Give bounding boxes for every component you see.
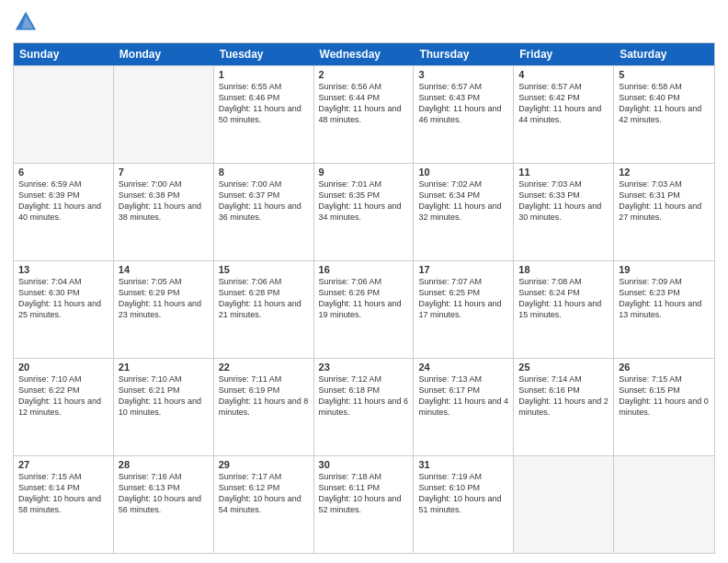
day-number: 25 [518,362,609,373]
day-detail: Sunrise: 7:12 AMSunset: 6:18 PMDaylight:… [319,373,409,419]
weekday-header-wednesday: Wednesday [314,43,415,65]
calendar-cell: 19Sunrise: 7:09 AMSunset: 6:23 PMDayligh… [614,261,714,358]
calendar-header: SundayMondayTuesdayWednesdayThursdayFrid… [14,43,714,65]
day-number: 7 [119,167,209,178]
calendar-cell: 17Sunrise: 7:07 AMSunset: 6:25 PMDayligh… [414,261,514,358]
day-detail: Sunrise: 7:17 AMSunset: 6:12 PMDaylight:… [219,471,309,516]
calendar-week-5: 27Sunrise: 7:15 AMSunset: 6:14 PMDayligh… [14,455,714,553]
day-detail: Sunrise: 7:16 AMSunset: 6:13 PMDaylight:… [119,471,209,516]
weekday-header-monday: Monday [114,43,214,65]
day-number: 27 [18,459,108,470]
day-detail: Sunrise: 7:09 AMSunset: 6:23 PMDaylight:… [619,276,710,321]
day-number: 3 [418,69,508,80]
calendar-cell: 15Sunrise: 7:06 AMSunset: 6:28 PMDayligh… [214,261,314,358]
day-number: 8 [219,167,309,178]
day-detail: Sunrise: 7:11 AMSunset: 6:19 PMDaylight:… [219,373,309,419]
day-number: 11 [518,167,609,178]
day-number: 9 [319,167,409,178]
page: SundayMondayTuesdayWednesdayThursdayFrid… [0,0,728,563]
day-number: 18 [518,264,609,275]
day-number: 4 [518,69,609,80]
weekday-header-sunday: Sunday [14,43,114,65]
calendar-cell: 6Sunrise: 6:59 AMSunset: 6:39 PMDaylight… [14,164,114,260]
calendar-body: 1Sunrise: 6:55 AMSunset: 6:46 PMDaylight… [14,65,714,553]
day-detail: Sunrise: 7:14 AMSunset: 6:16 PMDaylight:… [518,373,609,419]
day-detail: Sunrise: 6:57 AMSunset: 6:43 PMDaylight:… [418,81,508,126]
calendar-cell: 4Sunrise: 6:57 AMSunset: 6:42 PMDaylight… [514,66,614,163]
calendar-cell: 18Sunrise: 7:08 AMSunset: 6:24 PMDayligh… [514,261,614,358]
day-number: 15 [219,264,309,275]
calendar-cell: 10Sunrise: 7:02 AMSunset: 6:34 PMDayligh… [414,164,514,260]
day-number: 17 [418,264,508,275]
day-detail: Sunrise: 7:00 AMSunset: 6:38 PMDaylight:… [119,178,209,224]
calendar-cell [14,66,114,163]
day-number: 10 [418,167,508,178]
calendar-cell: 30Sunrise: 7:18 AMSunset: 6:11 PMDayligh… [314,456,415,553]
calendar-cell: 14Sunrise: 7:05 AMSunset: 6:29 PMDayligh… [114,261,214,358]
day-detail: Sunrise: 6:55 AMSunset: 6:46 PMDaylight:… [219,81,309,126]
day-detail: Sunrise: 7:18 AMSunset: 6:11 PMDaylight:… [319,471,409,516]
day-number: 31 [418,459,508,470]
calendar-week-1: 1Sunrise: 6:55 AMSunset: 6:46 PMDaylight… [14,65,714,163]
weekday-header-friday: Friday [514,43,614,65]
day-detail: Sunrise: 7:13 AMSunset: 6:17 PMDaylight:… [418,373,508,419]
calendar-cell: 22Sunrise: 7:11 AMSunset: 6:19 PMDayligh… [214,359,314,455]
day-number: 5 [619,69,710,80]
calendar-cell: 29Sunrise: 7:17 AMSunset: 6:12 PMDayligh… [214,456,314,553]
day-detail: Sunrise: 7:00 AMSunset: 6:37 PMDaylight:… [219,178,309,224]
day-detail: Sunrise: 7:15 AMSunset: 6:14 PMDaylight:… [18,471,108,516]
calendar-cell: 13Sunrise: 7:04 AMSunset: 6:30 PMDayligh… [14,261,114,358]
day-number: 1 [219,69,309,80]
weekday-header-saturday: Saturday [614,43,714,65]
day-number: 13 [18,264,108,275]
day-detail: Sunrise: 7:06 AMSunset: 6:28 PMDaylight:… [219,276,309,321]
logo [13,9,40,35]
day-number: 22 [219,362,309,373]
day-detail: Sunrise: 7:03 AMSunset: 6:33 PMDaylight:… [518,178,609,224]
day-detail: Sunrise: 7:03 AMSunset: 6:31 PMDaylight:… [619,178,710,224]
calendar-cell: 16Sunrise: 7:06 AMSunset: 6:26 PMDayligh… [314,261,415,358]
day-detail: Sunrise: 6:56 AMSunset: 6:44 PMDaylight:… [319,81,409,126]
calendar-cell: 24Sunrise: 7:13 AMSunset: 6:17 PMDayligh… [414,359,514,455]
day-number: 30 [319,459,409,470]
calendar-cell: 2Sunrise: 6:56 AMSunset: 6:44 PMDaylight… [314,66,415,163]
day-detail: Sunrise: 7:06 AMSunset: 6:26 PMDaylight:… [319,276,409,321]
day-detail: Sunrise: 7:19 AMSunset: 6:10 PMDaylight:… [418,471,508,516]
calendar-cell: 8Sunrise: 7:00 AMSunset: 6:37 PMDaylight… [214,164,314,260]
calendar-cell: 1Sunrise: 6:55 AMSunset: 6:46 PMDaylight… [214,66,314,163]
day-detail: Sunrise: 7:04 AMSunset: 6:30 PMDaylight:… [18,276,108,321]
day-detail: Sunrise: 7:15 AMSunset: 6:15 PMDaylight:… [619,373,710,419]
calendar-week-4: 20Sunrise: 7:10 AMSunset: 6:22 PMDayligh… [14,358,714,455]
calendar-cell: 27Sunrise: 7:15 AMSunset: 6:14 PMDayligh… [14,456,114,553]
day-number: 21 [119,362,209,373]
calendar-cell: 3Sunrise: 6:57 AMSunset: 6:43 PMDaylight… [414,66,514,163]
calendar-cell: 5Sunrise: 6:58 AMSunset: 6:40 PMDaylight… [614,66,714,163]
calendar: SundayMondayTuesdayWednesdayThursdayFrid… [13,42,715,554]
calendar-cell: 20Sunrise: 7:10 AMSunset: 6:22 PMDayligh… [14,359,114,455]
day-number: 19 [619,264,710,275]
calendar-cell: 7Sunrise: 7:00 AMSunset: 6:38 PMDaylight… [114,164,214,260]
day-number: 28 [119,459,209,470]
weekday-header-tuesday: Tuesday [214,43,314,65]
calendar-cell: 31Sunrise: 7:19 AMSunset: 6:10 PMDayligh… [414,456,514,553]
calendar-week-3: 13Sunrise: 7:04 AMSunset: 6:30 PMDayligh… [14,260,714,358]
day-number: 29 [219,459,309,470]
weekday-header-thursday: Thursday [414,43,514,65]
logo-icon [13,9,39,35]
calendar-cell: 11Sunrise: 7:03 AMSunset: 6:33 PMDayligh… [514,164,614,260]
day-number: 14 [119,264,209,275]
day-detail: Sunrise: 6:59 AMSunset: 6:39 PMDaylight:… [18,178,108,224]
day-detail: Sunrise: 6:57 AMSunset: 6:42 PMDaylight:… [518,81,609,126]
calendar-cell [614,456,714,553]
day-number: 23 [319,362,409,373]
day-number: 6 [18,167,108,178]
day-detail: Sunrise: 7:08 AMSunset: 6:24 PMDaylight:… [518,276,609,321]
day-detail: Sunrise: 6:58 AMSunset: 6:40 PMDaylight:… [619,81,710,126]
calendar-cell: 9Sunrise: 7:01 AMSunset: 6:35 PMDaylight… [314,164,415,260]
calendar-cell: 28Sunrise: 7:16 AMSunset: 6:13 PMDayligh… [114,456,214,553]
calendar-cell: 25Sunrise: 7:14 AMSunset: 6:16 PMDayligh… [514,359,614,455]
day-detail: Sunrise: 7:07 AMSunset: 6:25 PMDaylight:… [418,276,508,321]
day-number: 2 [319,69,409,80]
day-number: 12 [619,167,710,178]
day-number: 16 [319,264,409,275]
